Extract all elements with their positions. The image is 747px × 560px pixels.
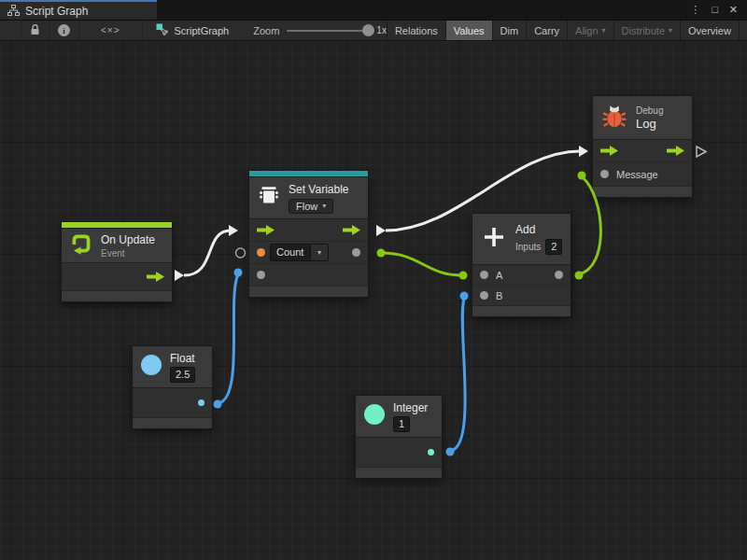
- integer-type-icon: [363, 403, 386, 429]
- info-button[interactable]: i: [49, 21, 79, 40]
- wire-endpoint-dot: [460, 292, 469, 301]
- flow-output-port[interactable]: [343, 222, 360, 239]
- flow-input-port[interactable]: [600, 143, 618, 160]
- node-footer: [133, 418, 212, 428]
- wire-endpoint-dot: [446, 448, 455, 456]
- tab-title: Script Graph: [25, 5, 88, 18]
- script-graph-icon: [156, 23, 169, 38]
- value-wire-integer-add[interactable]: [451, 299, 465, 451]
- flow-wire-onupdate-setvariable[interactable]: [184, 231, 231, 275]
- variable-select-value: Count: [270, 244, 311, 261]
- node-float-literal[interactable]: Float 2.5: [132, 345, 213, 429]
- node-integer-literal[interactable]: Integer 1: [355, 395, 443, 479]
- code-icon: <×>: [88, 25, 134, 35]
- info-icon: i: [58, 24, 70, 36]
- float-value-field[interactable]: 2.5: [170, 367, 195, 383]
- input-b-label: B: [496, 290, 502, 301]
- sum-output-port[interactable]: [555, 271, 563, 279]
- node-footer: [62, 291, 172, 301]
- unconnected-port-circle: [236, 248, 246, 258]
- lock-button[interactable]: [21, 21, 49, 40]
- unconnected-flow-triangle: [697, 147, 706, 157]
- input-a-label: A: [496, 270, 502, 281]
- window-controls: ⋮ □ ✕: [690, 0, 747, 20]
- float-type-icon: [140, 354, 162, 380]
- event-color-bar: [62, 222, 172, 229]
- node-add[interactable]: Add Inputs 2 A B: [472, 213, 571, 317]
- integer-value-field[interactable]: 1: [393, 416, 410, 432]
- value-input-port[interactable]: [257, 271, 265, 279]
- variable-select[interactable]: Count ▾: [270, 244, 329, 261]
- chevron-down-icon: ▾: [602, 26, 606, 35]
- variable-name-port[interactable]: [257, 248, 265, 257]
- graph-tree-icon: [7, 3, 20, 20]
- node-set-variable[interactable]: Set Variable Flow ▾ Co: [248, 170, 369, 298]
- carry-button[interactable]: Carry: [526, 21, 567, 40]
- flow-output-port[interactable]: [147, 269, 164, 286]
- relations-button[interactable]: Relations: [387, 21, 445, 40]
- wire-endpoint-dot: [578, 172, 586, 180]
- graph-breadcrumb[interactable]: ScriptGraph: [156, 21, 230, 40]
- close-icon[interactable]: ✕: [729, 5, 738, 15]
- wire-source-triangle: [175, 270, 184, 281]
- node-footer: [472, 306, 571, 316]
- value-wire-setvariable-add[interactable]: [382, 253, 462, 275]
- bug-icon: [600, 102, 628, 133]
- variable-color-bar: [249, 171, 368, 177]
- value-wire-float-setvariable[interactable]: [218, 274, 238, 403]
- node-subtitle: Event: [101, 248, 155, 259]
- chevron-down-icon: ▾: [322, 202, 326, 210]
- tab-script-graph[interactable]: Script Graph: [0, 0, 157, 20]
- node-title: Integer: [393, 401, 428, 414]
- graph-canvas[interactable]: On Update Event: [0, 41, 747, 560]
- loop-event-icon: [69, 231, 93, 259]
- node-title: Log: [636, 117, 663, 131]
- dim-button[interactable]: Dim: [492, 21, 527, 40]
- message-input-port[interactable]: [600, 170, 609, 178]
- node-footer: [593, 187, 692, 197]
- node-footer: [249, 287, 368, 297]
- zoom-slider-track[interactable]: [287, 30, 369, 32]
- input-b-port[interactable]: [480, 291, 488, 300]
- node-footer: [356, 468, 442, 478]
- wire-endpoint-dot: [459, 272, 468, 280]
- node-title: On Update: [101, 233, 155, 246]
- maximize-icon[interactable]: □: [712, 5, 718, 15]
- wire-endpoint-dot: [214, 400, 222, 409]
- window-menu-icon[interactable]: ⋮: [690, 5, 700, 15]
- graph-toolbar: i <×> ScriptGraph Zoom 1x Relat: [0, 20, 747, 41]
- values-button[interactable]: Values: [445, 21, 492, 40]
- flow-input-port[interactable]: [257, 222, 275, 239]
- script-graph-window: Script Graph ⋮ □ ✕ i <×>: [0, 0, 747, 560]
- wire-arrowhead: [579, 146, 588, 157]
- float-output-port[interactable]: [198, 399, 204, 406]
- toolbar-right-group: Relations Values Dim Carry Align▾ Distri…: [387, 21, 747, 40]
- integer-output-port[interactable]: [428, 449, 434, 455]
- value-output-port[interactable]: [352, 248, 360, 257]
- inputs-count-field[interactable]: 2: [545, 239, 562, 255]
- wire-arrowhead: [229, 225, 238, 236]
- chevron-down-icon: ▾: [669, 26, 672, 35]
- chevron-down-icon[interactable]: ▾: [311, 244, 329, 261]
- fullscreen-button[interactable]: Full Screen: [739, 21, 747, 40]
- variable-icon: [257, 184, 281, 212]
- node-debug-log[interactable]: Debug Log Message: [592, 95, 693, 198]
- node-title: Float: [170, 352, 195, 365]
- input-a-port[interactable]: [480, 271, 488, 279]
- message-label: Message: [616, 169, 658, 180]
- overview-button[interactable]: Overview: [680, 21, 739, 40]
- zoom-value: 1x: [376, 25, 387, 35]
- node-title: Set Variable: [289, 183, 348, 196]
- variable-scope-dropdown[interactable]: Flow ▾: [289, 199, 333, 214]
- wire-endpoint-dot: [234, 269, 243, 277]
- code-view-button[interactable]: <×>: [79, 21, 143, 40]
- zoom-slider-handle[interactable]: [362, 24, 374, 36]
- node-category: Debug: [636, 105, 663, 116]
- align-dropdown-button[interactable]: Align▾: [567, 21, 613, 40]
- graph-name-label: ScriptGraph: [175, 25, 230, 36]
- flow-output-port[interactable]: [667, 143, 684, 160]
- node-on-update[interactable]: On Update Event: [61, 221, 173, 302]
- wire-endpoint-dot: [377, 249, 386, 258]
- zoom-control: Zoom 1x: [253, 21, 387, 40]
- distribute-dropdown-button[interactable]: Distribute▾: [613, 21, 680, 40]
